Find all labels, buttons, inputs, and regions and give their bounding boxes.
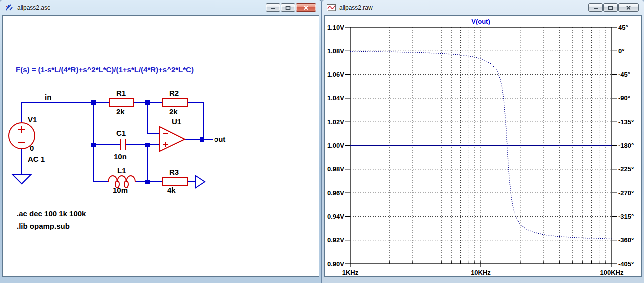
component-ref-R2: R2 (169, 89, 179, 97)
waveform-window-titlebar[interactable]: allpass2.raw (322, 0, 644, 15)
net-label-out: out (214, 135, 225, 143)
ground-symbol[interactable] (13, 175, 31, 184)
restore-icon (608, 5, 613, 10)
component-value-R1: 2k (116, 108, 125, 115)
equation-text: F(s) = (1-s*L/(4*R)+s^2*L*C)/(1+s*L/(4*R… (16, 66, 194, 73)
x-tick-label: 1KHz (342, 269, 359, 276)
waveform-icon (327, 4, 336, 11)
y-left-tick-label: 1.02V (327, 118, 344, 126)
plot-canvas[interactable]: 1.10V45°1.08V0°1.06V-45°1.04V-90°1.02V-1… (324, 15, 642, 277)
y-left-tick-label: 0.96V (327, 189, 344, 197)
waveform-window: allpass2.raw 1.10V45°1.08V0°1.06V-45°1.0… (322, 0, 644, 283)
y-right-tick-label: -270° (618, 189, 634, 197)
y-right-tick-label: 0° (618, 47, 624, 55)
restore-icon (285, 5, 291, 10)
close-icon (626, 5, 631, 10)
y-left-tick-label: 0.92V (327, 236, 344, 244)
component-value-V1: AC 1 (28, 155, 45, 163)
y-left-tick-label: 0.98V (327, 165, 344, 173)
y-right-tick-label: -90° (618, 94, 630, 102)
minimize-icon (271, 5, 276, 10)
window-title: allpass2.raw (339, 4, 373, 11)
schematic-window-titlebar[interactable]: allpass2.asc (0, 0, 321, 15)
schematic-drawing (3, 16, 321, 277)
y-right-tick-label: -405° (618, 260, 634, 268)
close-button[interactable] (618, 3, 639, 12)
bode-plot: 1.10V45°1.08V0°1.06V-45°1.04V-90°1.02V-1… (325, 16, 643, 278)
x-tick-label: 10KHz (471, 269, 491, 276)
y-left-tick-label: 1.06V (327, 71, 344, 78)
y-left-tick-label: 1.04V (327, 94, 344, 102)
minimize-button[interactable] (266, 3, 280, 12)
resistor-R3-symbol[interactable] (162, 178, 187, 186)
component-series-V1: 0 (30, 144, 34, 152)
component-ref-R3: R3 (169, 168, 179, 176)
y-right-tick-label: -135° (618, 118, 634, 126)
minimize-icon (593, 5, 598, 10)
schematic-window: allpass2.asc (0, 0, 322, 283)
restore-button[interactable] (603, 3, 618, 12)
y-right-tick-label: -360° (618, 236, 634, 244)
y-left-tick-label: 0.90V (327, 260, 344, 268)
component-ref-V1: V1 (28, 116, 37, 123)
component-ref-L1: L1 (117, 167, 126, 174)
component-ref-U1: U1 (172, 118, 181, 125)
resistor-R2-symbol[interactable] (162, 98, 187, 106)
resistor-R1-symbol[interactable] (109, 98, 133, 106)
component-value-R2: 2k (169, 108, 178, 115)
component-ref-R1: R1 (116, 89, 126, 97)
ltspice-schematic-icon (5, 4, 14, 12)
y-right-tick-label: 45° (618, 24, 628, 31)
y-right-tick-label: -315° (618, 213, 634, 220)
restore-button[interactable] (281, 3, 295, 12)
net-label-in: in (45, 93, 51, 101)
y-left-tick-label: 1.10V (327, 24, 344, 31)
y-left-tick-label: 0.94V (327, 213, 344, 220)
close-icon (303, 5, 309, 10)
minimize-button[interactable] (588, 3, 603, 12)
spice-directive-lib: .lib opamp.sub (17, 222, 70, 230)
plot-title: V(out) (471, 18, 490, 25)
y-right-tick-label: -45° (618, 71, 630, 78)
schematic-canvas[interactable]: F(s) = (1-s*L/(4*R)+s^2*L*C)/(1+s*L/(4*R… (2, 15, 319, 277)
capacitor-C1-symbol[interactable] (121, 139, 125, 150)
y-right-tick-label: -180° (618, 142, 634, 149)
y-left-tick-label: 1.00V (327, 142, 344, 149)
x-tick-label: 100KHz (600, 269, 624, 276)
component-ref-C1: C1 (116, 129, 126, 137)
opamp-U1-symbol[interactable] (160, 127, 185, 151)
y-right-tick-label: -225° (618, 165, 634, 173)
ground-symbol-rotated[interactable] (196, 176, 205, 188)
y-left-tick-label: 1.08V (327, 47, 344, 55)
close-button[interactable] (296, 3, 316, 12)
desktop: { "left_window": { "title": "allpass2.as… (0, 0, 644, 283)
spice-directive-ac: .ac dec 100 1k 100k (17, 210, 86, 217)
component-value-C1: 10n (114, 153, 127, 160)
component-value-R3: 4k (167, 186, 176, 194)
component-value-L1: 10m (113, 186, 128, 194)
window-title: allpass2.asc (17, 4, 50, 11)
